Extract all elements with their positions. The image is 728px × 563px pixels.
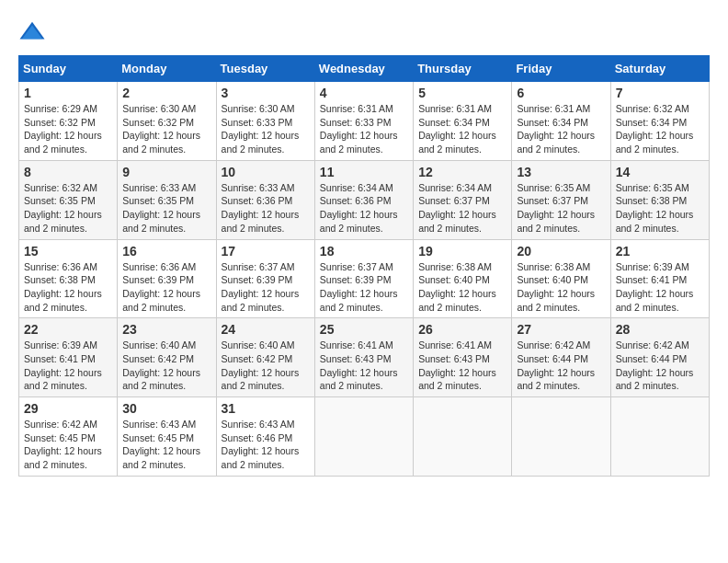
sunrise-label: Sunrise: 6:39 AM: [616, 261, 689, 272]
sunrise-label: Sunrise: 6:32 AM: [24, 182, 97, 193]
sunrise-label: Sunrise: 6:41 AM: [418, 339, 492, 350]
sunset-label: Sunset: 6:40 PM: [517, 274, 588, 285]
calendar-week-row: 22 Sunrise: 6:39 AM Sunset: 6:41 PM Dayl…: [19, 318, 710, 397]
sunset-label: Sunset: 6:44 PM: [616, 353, 688, 364]
daylight-label: Daylight: 12 hours: [418, 209, 496, 220]
calendar-day-cell: 18 Sunrise: 6:37 AM Sunset: 6:39 PM Dayl…: [314, 239, 413, 318]
daylight-continued: and 2 minutes.: [418, 302, 482, 313]
daylight-label: Daylight: 12 hours: [517, 130, 595, 141]
day-info: Sunrise: 6:43 AM Sunset: 6:46 PM Dayligh…: [222, 418, 310, 472]
day-number: 10: [222, 165, 310, 179]
day-number: 17: [222, 244, 310, 259]
day-number: 27: [517, 322, 605, 337]
daylight-label: Daylight: 12 hours: [418, 130, 496, 141]
sunset-label: Sunset: 6:40 PM: [418, 274, 490, 285]
sunrise-label: Sunrise: 6:34 AM: [320, 182, 393, 193]
sunrise-label: Sunrise: 6:42 AM: [616, 339, 689, 350]
daylight-label: Daylight: 12 hours: [122, 130, 200, 141]
calendar-day-cell: 31 Sunrise: 6:43 AM Sunset: 6:46 PM Dayl…: [216, 397, 314, 477]
sunrise-label: Sunrise: 6:37 AM: [320, 261, 393, 272]
day-number: 12: [418, 165, 506, 179]
calendar-day-cell: 29 Sunrise: 6:42 AM Sunset: 6:45 PM Dayl…: [19, 397, 118, 477]
day-info: Sunrise: 6:31 AM Sunset: 6:33 PM Dayligh…: [320, 102, 408, 156]
sunrise-label: Sunrise: 6:41 AM: [320, 339, 393, 350]
daylight-continued: and 2 minutes.: [320, 144, 383, 155]
sunrise-label: Sunrise: 6:32 AM: [616, 103, 689, 114]
calendar-day-cell: 30 Sunrise: 6:43 AM Sunset: 6:45 PM Dayl…: [118, 397, 216, 477]
daylight-continued: and 2 minutes.: [517, 380, 580, 391]
daylight-label: Daylight: 12 hours: [24, 445, 102, 456]
daylight-label: Daylight: 12 hours: [616, 130, 694, 141]
sunrise-label: Sunrise: 6:43 AM: [122, 419, 196, 430]
calendar-day-cell: 7 Sunrise: 6:32 AM Sunset: 6:34 PM Dayli…: [610, 82, 709, 161]
day-info: Sunrise: 6:42 AM Sunset: 6:45 PM Dayligh…: [24, 418, 112, 472]
daylight-continued: and 2 minutes.: [616, 144, 679, 155]
daylight-continued: and 2 minutes.: [122, 380, 186, 391]
daylight-label: Daylight: 12 hours: [517, 367, 595, 378]
day-info: Sunrise: 6:34 AM Sunset: 6:36 PM Dayligh…: [320, 181, 408, 236]
sunset-label: Sunset: 6:38 PM: [24, 274, 96, 285]
calendar-day-cell: [414, 397, 512, 477]
sunset-label: Sunset: 6:37 PM: [418, 195, 490, 206]
daylight-continued: and 2 minutes.: [616, 380, 679, 391]
daylight-label: Daylight: 12 hours: [418, 367, 496, 378]
day-info: Sunrise: 6:31 AM Sunset: 6:34 PM Dayligh…: [517, 102, 605, 156]
day-number: 18: [320, 244, 408, 259]
sunset-label: Sunset: 6:33 PM: [320, 117, 392, 128]
daylight-label: Daylight: 12 hours: [222, 445, 300, 456]
sunrise-label: Sunrise: 6:39 AM: [24, 339, 97, 350]
day-info: Sunrise: 6:42 AM Sunset: 6:44 PM Dayligh…: [616, 339, 704, 393]
day-number: 2: [122, 86, 210, 100]
daylight-label: Daylight: 12 hours: [320, 209, 398, 220]
daylight-continued: and 2 minutes.: [418, 380, 482, 391]
daylight-label: Daylight: 12 hours: [122, 288, 200, 299]
day-info: Sunrise: 6:43 AM Sunset: 6:45 PM Dayligh…: [122, 418, 210, 472]
daylight-continued: and 2 minutes.: [24, 302, 87, 313]
day-number: 26: [418, 322, 506, 337]
daylight-continued: and 2 minutes.: [222, 223, 285, 234]
day-info: Sunrise: 6:36 AM Sunset: 6:38 PM Dayligh…: [24, 260, 112, 315]
day-number: 7: [616, 86, 704, 100]
day-number: 11: [320, 165, 408, 179]
calendar-day-cell: [512, 397, 610, 477]
weekday-header: Thursday: [414, 56, 512, 82]
daylight-continued: and 2 minutes.: [320, 223, 383, 234]
calendar-day-cell: 12 Sunrise: 6:34 AM Sunset: 6:37 PM Dayl…: [414, 160, 512, 239]
day-number: 22: [24, 322, 112, 337]
day-number: 20: [517, 244, 605, 259]
sunset-label: Sunset: 6:45 PM: [24, 432, 96, 443]
sunset-label: Sunset: 6:45 PM: [122, 432, 194, 443]
daylight-continued: and 2 minutes.: [517, 302, 580, 313]
calendar-day-cell: [314, 397, 413, 477]
daylight-label: Daylight: 12 hours: [222, 288, 300, 299]
calendar-day-cell: 22 Sunrise: 6:39 AM Sunset: 6:41 PM Dayl…: [19, 318, 118, 397]
day-number: 6: [517, 86, 605, 100]
weekday-header: Tuesday: [216, 56, 314, 82]
calendar-day-cell: 11 Sunrise: 6:34 AM Sunset: 6:36 PM Dayl…: [314, 160, 413, 239]
daylight-continued: and 2 minutes.: [616, 302, 679, 313]
day-info: Sunrise: 6:35 AM Sunset: 6:37 PM Dayligh…: [517, 181, 605, 236]
sunrise-label: Sunrise: 6:35 AM: [616, 182, 689, 193]
day-info: Sunrise: 6:36 AM Sunset: 6:39 PM Dayligh…: [122, 260, 210, 315]
day-number: 19: [418, 244, 506, 259]
daylight-continued: and 2 minutes.: [122, 223, 186, 234]
day-info: Sunrise: 6:30 AM Sunset: 6:32 PM Dayligh…: [122, 102, 210, 156]
weekday-header: Saturday: [610, 56, 709, 82]
sunset-label: Sunset: 6:39 PM: [122, 274, 194, 285]
calendar-day-cell: 16 Sunrise: 6:36 AM Sunset: 6:39 PM Dayl…: [118, 239, 216, 318]
sunrise-label: Sunrise: 6:33 AM: [222, 182, 295, 193]
daylight-continued: and 2 minutes.: [517, 144, 580, 155]
sunset-label: Sunset: 6:32 PM: [24, 117, 96, 128]
daylight-label: Daylight: 12 hours: [320, 367, 398, 378]
daylight-continued: and 2 minutes.: [24, 223, 87, 234]
calendar-day-cell: 27 Sunrise: 6:42 AM Sunset: 6:44 PM Dayl…: [512, 318, 610, 397]
sunset-label: Sunset: 6:36 PM: [320, 195, 392, 206]
daylight-label: Daylight: 12 hours: [616, 288, 694, 299]
daylight-continued: and 2 minutes.: [222, 144, 285, 155]
calendar-day-cell: 5 Sunrise: 6:31 AM Sunset: 6:34 PM Dayli…: [414, 82, 512, 161]
sunset-label: Sunset: 6:44 PM: [517, 353, 588, 364]
day-number: 14: [616, 165, 704, 179]
sunset-label: Sunset: 6:41 PM: [24, 353, 96, 364]
calendar-day-cell: 4 Sunrise: 6:31 AM Sunset: 6:33 PM Dayli…: [314, 82, 413, 161]
daylight-continued: and 2 minutes.: [320, 302, 383, 313]
